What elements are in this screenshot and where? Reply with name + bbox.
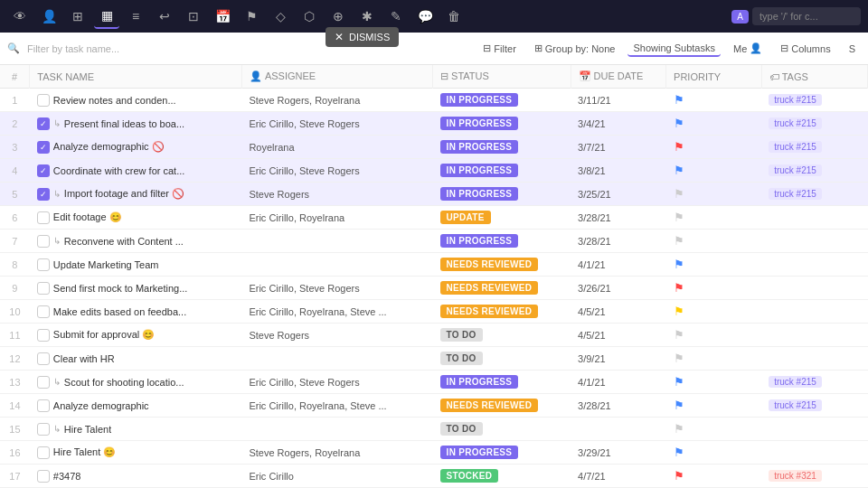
status-badge-cell[interactable]: STOCKED <box>433 465 571 488</box>
task-name[interactable]: ↳ Reconvene with Content ... <box>30 230 242 253</box>
status-badge-cell[interactable]: IN PROGRESS <box>433 112 571 136</box>
status-badge-cell[interactable]: UPDATE <box>433 206 571 230</box>
toolbar-icon-calendar[interactable]: 📅 <box>210 4 235 29</box>
checkbox-unchecked[interactable] <box>37 423 50 436</box>
priority-flag-cell[interactable]: ⚑ <box>666 136 762 159</box>
task-name[interactable]: ✓ ↳ Present final ideas to boa... <box>30 112 242 136</box>
checkbox-unchecked[interactable] <box>37 211 50 224</box>
toolbar-icon-board[interactable]: ⊡ <box>181 4 206 29</box>
priority-flag-cell[interactable]: ⚑ <box>666 418 762 441</box>
checkbox-checked[interactable]: ✓ <box>37 141 50 154</box>
toolbar-icon-undo[interactable]: ↩ <box>152 4 177 29</box>
status-badge-cell[interactable]: IN PROGRESS <box>433 183 571 206</box>
checkbox-unchecked[interactable] <box>37 94 50 107</box>
status-badge-cell[interactable]: TO DO <box>433 347 571 371</box>
status-badge-cell[interactable]: NEEDS REVIEWED <box>433 394 571 418</box>
checkbox-checked[interactable]: ✓ <box>37 188 50 201</box>
priority-flag-cell[interactable]: ⚑ <box>666 206 762 230</box>
priority-flag-cell[interactable]: ⚑ <box>666 465 762 488</box>
toolbar-icon-flag[interactable]: ⚑ <box>239 4 264 29</box>
toolbar-search[interactable] <box>752 7 861 25</box>
checkbox-unchecked[interactable] <box>37 305 50 318</box>
priority-flag-cell[interactable]: ⚑ <box>666 371 762 394</box>
priority-flag-cell[interactable]: ⚑ <box>666 253 762 277</box>
checkbox-unchecked[interactable] <box>37 282 50 295</box>
toolbar-icon-trash[interactable]: 🗑 <box>441 4 467 29</box>
col-header-due[interactable]: 📅DUE DATE <box>571 65 666 89</box>
status-badge-cell[interactable]: NEEDS REVIEWED <box>433 277 571 300</box>
dismiss-x-icon[interactable]: ✕ <box>335 31 344 43</box>
priority-flag-cell[interactable]: ⚑ <box>666 300 762 324</box>
filter-button[interactable]: ⊟ Filter <box>477 41 521 56</box>
priority-flag-cell[interactable]: ⚑ <box>666 112 762 136</box>
priority-flag-cell[interactable]: ⚑ <box>666 230 762 253</box>
toolbar-icon-list[interactable]: ≡ <box>123 4 148 29</box>
priority-flag-cell[interactable]: ⚑ <box>666 441 762 465</box>
s-button[interactable]: S <box>844 42 861 56</box>
priority-flag-cell[interactable]: ⚑ <box>666 277 762 300</box>
task-name[interactable]: ✓ Coordinate with crew for cat... <box>30 159 242 183</box>
toolbar-icon-eye[interactable]: 👁 <box>7 4 33 29</box>
checkbox-unchecked[interactable] <box>37 376 50 389</box>
priority-flag-cell[interactable]: ⚑ <box>666 394 762 418</box>
task-name[interactable]: Edit footage 😊 <box>30 206 242 230</box>
group-by-button[interactable]: ⊞ Group by: None <box>529 41 621 56</box>
col-header-assignee[interactable]: 👤ASSIGNEE <box>241 65 432 89</box>
task-name[interactable]: ↳ Hire Talent <box>30 418 242 441</box>
checkbox-unchecked[interactable] <box>37 446 50 459</box>
task-name[interactable]: Review notes and conden... <box>30 89 242 112</box>
status-badge-cell[interactable]: TO DO <box>433 324 571 347</box>
task-name[interactable]: Make edits based on feedba... <box>30 300 242 324</box>
me-button[interactable]: Me 👤 <box>728 41 768 56</box>
col-header-priority[interactable]: PRIORITY <box>666 65 762 89</box>
checkbox-unchecked[interactable] <box>37 258 50 271</box>
status-badge-cell[interactable]: IN PROGRESS <box>433 159 571 183</box>
task-name[interactable]: Analyze demographic <box>30 394 242 418</box>
subtasks-button[interactable]: Showing Subtasks <box>627 41 721 57</box>
toolbar-icon-grid[interactable]: ⊞ <box>65 4 90 29</box>
toolbar-icon-asterisk[interactable]: ✱ <box>354 4 380 29</box>
task-name[interactable]: Update Marketing Team <box>30 253 242 277</box>
checkbox-unchecked[interactable] <box>37 470 50 483</box>
checkbox-checked[interactable]: ✓ <box>37 164 50 177</box>
checkbox-unchecked[interactable] <box>37 235 50 248</box>
priority-flag-cell[interactable]: ⚑ <box>666 159 762 183</box>
task-name[interactable]: ✓ ↳ Import footage and filter 🚫 <box>30 183 242 206</box>
task-name[interactable]: #3478 <box>30 465 242 488</box>
status-badge-cell[interactable]: NEEDS REVIEWED <box>433 300 571 324</box>
task-name[interactable]: Hire Talent 😊 <box>30 441 242 465</box>
status-badge-cell[interactable]: IN PROGRESS <box>433 136 571 159</box>
col-header-tags[interactable]: 🏷TAGS <box>761 65 867 89</box>
status-badge-cell[interactable]: IN PROGRESS <box>433 230 571 253</box>
priority-flag-cell[interactable]: ⚑ <box>666 324 762 347</box>
checkbox-checked[interactable]: ✓ <box>37 117 50 130</box>
status-badge-cell[interactable]: IN PROGRESS <box>433 371 571 394</box>
checkbox-unchecked[interactable] <box>37 399 50 412</box>
toolbar-icon-hex[interactable]: ⬡ <box>297 4 322 29</box>
status-badge-cell[interactable]: IN PROGRESS <box>433 89 571 112</box>
status-badge-cell[interactable]: NEEDS REVIEWED <box>433 253 571 277</box>
priority-flag-cell[interactable]: ⚑ <box>666 347 762 371</box>
toolbar-icon-user[interactable]: 👤 <box>36 4 61 29</box>
toolbar-icon-add[interactable]: ⊕ <box>326 4 351 29</box>
task-name[interactable]: ↳ Scout for shooting locatio... <box>30 371 242 394</box>
status-badge-cell[interactable]: TO DO <box>433 418 571 441</box>
col-header-task[interactable]: TASK NAME <box>30 65 242 89</box>
filter-search-input[interactable] <box>27 43 190 54</box>
task-name[interactable]: Submit for approval 😊 <box>30 324 242 347</box>
status-badge-cell[interactable]: IN PROGRESS <box>433 441 571 465</box>
priority-flag-cell[interactable]: ⚑ <box>666 89 762 112</box>
toolbar-icon-edit[interactable]: ✎ <box>383 4 409 29</box>
checkbox-unchecked[interactable] <box>37 329 50 342</box>
toolbar-icon-diamond[interactable]: ◇ <box>268 4 293 29</box>
task-name[interactable]: Send first mock to Marketing... <box>30 277 242 300</box>
priority-flag-cell[interactable]: ⚑ <box>666 183 762 206</box>
toolbar-icon-table[interactable]: ▦ <box>94 4 119 29</box>
task-name[interactable]: Clear with HR <box>30 347 242 371</box>
checkbox-unchecked[interactable] <box>37 352 50 365</box>
toolbar-icon-comment[interactable]: 💬 <box>412 4 438 29</box>
columns-button[interactable]: ⊟ Columns <box>775 41 835 56</box>
col-header-status[interactable]: ⊟STATUS <box>433 65 571 89</box>
dismiss-label[interactable]: DISMISS <box>349 32 390 42</box>
task-name[interactable]: ✓ Analyze demographic 🚫 <box>30 136 242 159</box>
